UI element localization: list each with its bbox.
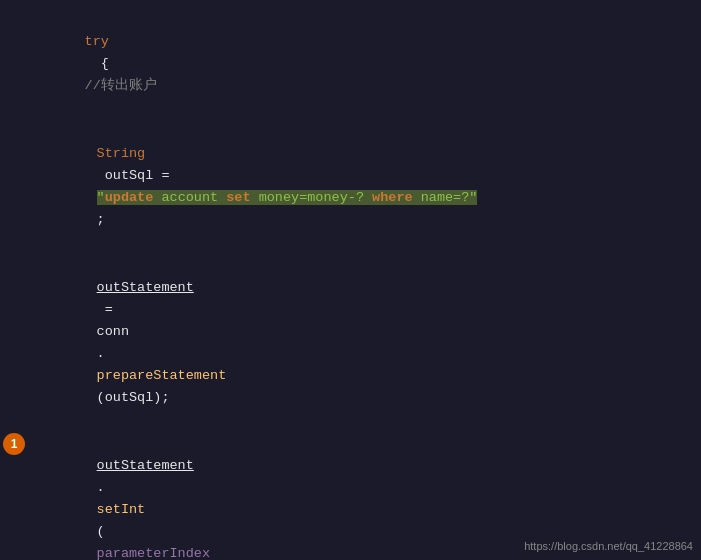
code-text: (outSql); — [97, 390, 170, 405]
code-line-3: outStatement = conn . prepareStatement (… — [0, 254, 701, 432]
sql-text2: money=money-? — [251, 190, 373, 205]
marker-1: 1 — [3, 433, 25, 455]
var-conn: conn — [97, 324, 129, 339]
keyword-string: String — [97, 146, 146, 161]
code-line-1: try { //转出账户 — [0, 8, 701, 120]
sql-text: account — [153, 190, 226, 205]
code-line-2: String outSql = "update account set mone… — [0, 120, 701, 254]
dot: . — [97, 480, 105, 495]
line-content-1: try { //转出账户 — [28, 9, 701, 119]
code-text: { — [85, 56, 109, 71]
code-text: = — [97, 302, 121, 317]
sql-string: " — [97, 190, 105, 205]
var-outstatement2: outStatement — [97, 458, 194, 473]
method-prepare: prepareStatement — [97, 368, 227, 383]
sql-update: update — [105, 190, 154, 205]
sql-set: set — [226, 190, 250, 205]
sql-where: where — [372, 190, 413, 205]
semicolon: ; — [97, 212, 105, 227]
line-content-2: String outSql = "update account set mone… — [28, 121, 701, 253]
var-outstatement: outStatement — [97, 280, 194, 295]
param-index: parameterIndex — [97, 546, 210, 560]
sql-text3: name=?" — [413, 190, 478, 205]
method-setint: setInt — [97, 502, 146, 517]
watermark: https://blog.csdn.net/qq_41228864 — [524, 540, 693, 552]
keyword-try: try — [85, 34, 109, 49]
code-container: try { //转出账户 String outSql = "update acc… — [0, 0, 701, 560]
comment-text: //转出账户 — [85, 78, 157, 93]
code-text: outSql = — [97, 168, 178, 183]
paren-open: ( — [97, 524, 113, 539]
line-marker-4: 1 — [0, 433, 28, 455]
dot: . — [97, 346, 105, 361]
line-content-3: outStatement = conn . prepareStatement (… — [28, 255, 701, 431]
